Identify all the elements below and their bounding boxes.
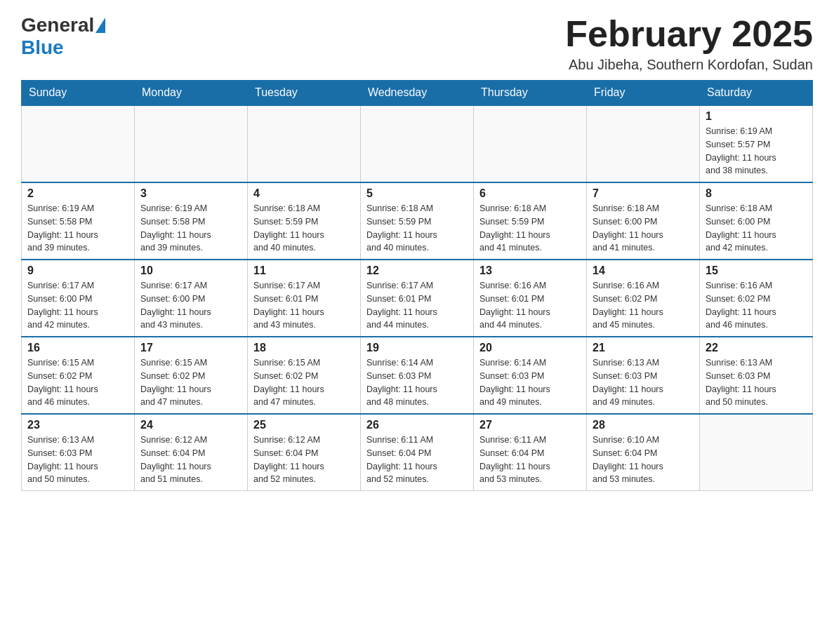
- day-info: Sunrise: 6:18 AMSunset: 6:00 PMDaylight:…: [593, 202, 694, 255]
- calendar-cell: [700, 414, 813, 491]
- day-number: 21: [593, 342, 694, 354]
- day-number: 20: [479, 342, 581, 354]
- calendar-cell: 3Sunrise: 6:19 AMSunset: 5:58 PMDaylight…: [135, 182, 248, 260]
- calendar-cell: 7Sunrise: 6:18 AMSunset: 6:00 PMDaylight…: [587, 182, 700, 260]
- day-number: 3: [140, 187, 241, 200]
- logo-blue-text: Blue: [21, 36, 64, 58]
- calendar-cell: 11Sunrise: 6:17 AMSunset: 6:01 PMDayligh…: [248, 260, 361, 337]
- day-number: 22: [706, 342, 807, 354]
- day-info: Sunrise: 6:17 AMSunset: 6:00 PMDaylight:…: [140, 279, 241, 332]
- day-info: Sunrise: 6:13 AMSunset: 6:03 PMDaylight:…: [706, 356, 807, 409]
- week-row-2: 2Sunrise: 6:19 AMSunset: 5:58 PMDaylight…: [22, 182, 813, 260]
- calendar-cell: 8Sunrise: 6:18 AMSunset: 6:00 PMDaylight…: [700, 182, 813, 260]
- calendar-cell: 15Sunrise: 6:16 AMSunset: 6:02 PMDayligh…: [700, 260, 813, 337]
- calendar-cell: 20Sunrise: 6:14 AMSunset: 6:03 PMDayligh…: [474, 337, 587, 414]
- day-header-wednesday: Wednesday: [361, 81, 474, 106]
- calendar-cell: 27Sunrise: 6:11 AMSunset: 6:04 PMDayligh…: [474, 414, 587, 491]
- day-number: 19: [366, 342, 468, 354]
- week-row-1: 1Sunrise: 6:19 AMSunset: 5:57 PMDaylight…: [22, 105, 813, 182]
- calendar-cell: [587, 105, 700, 182]
- day-number: 8: [706, 187, 807, 200]
- calendar-cell: 10Sunrise: 6:17 AMSunset: 6:00 PMDayligh…: [135, 260, 248, 337]
- calendar-cell: [22, 105, 135, 182]
- day-info: Sunrise: 6:17 AMSunset: 6:01 PMDaylight:…: [366, 279, 468, 332]
- calendar-cell: 6Sunrise: 6:18 AMSunset: 5:59 PMDaylight…: [474, 182, 587, 260]
- day-info: Sunrise: 6:15 AMSunset: 6:02 PMDaylight:…: [140, 356, 241, 409]
- day-info: Sunrise: 6:13 AMSunset: 6:03 PMDaylight:…: [593, 356, 694, 409]
- day-info: Sunrise: 6:19 AMSunset: 5:58 PMDaylight:…: [140, 202, 241, 255]
- page-header: General Blue February 2025 Abu Jibeha, S…: [21, 14, 813, 73]
- calendar-cell: [474, 105, 587, 182]
- day-number: 9: [27, 264, 128, 277]
- day-number: 7: [593, 187, 694, 200]
- header-row: SundayMondayTuesdayWednesdayThursdayFrid…: [22, 81, 813, 106]
- calendar-cell: 1Sunrise: 6:19 AMSunset: 5:57 PMDaylight…: [700, 105, 813, 182]
- day-number: 25: [253, 419, 355, 431]
- day-number: 18: [253, 342, 355, 354]
- day-info: Sunrise: 6:10 AMSunset: 6:04 PMDaylight:…: [593, 434, 694, 486]
- day-info: Sunrise: 6:12 AMSunset: 6:04 PMDaylight:…: [253, 434, 355, 486]
- calendar-cell: 19Sunrise: 6:14 AMSunset: 6:03 PMDayligh…: [361, 337, 474, 414]
- day-number: 14: [593, 264, 694, 277]
- day-info: Sunrise: 6:15 AMSunset: 6:02 PMDaylight:…: [27, 356, 128, 409]
- day-number: 28: [593, 419, 694, 431]
- calendar-body: 1Sunrise: 6:19 AMSunset: 5:57 PMDaylight…: [22, 105, 813, 491]
- day-info: Sunrise: 6:18 AMSunset: 6:00 PMDaylight:…: [706, 202, 807, 255]
- day-number: 6: [479, 187, 581, 200]
- day-number: 15: [706, 264, 807, 277]
- day-number: 2: [27, 187, 128, 200]
- day-number: 17: [140, 342, 241, 354]
- calendar-cell: 17Sunrise: 6:15 AMSunset: 6:02 PMDayligh…: [135, 337, 248, 414]
- day-info: Sunrise: 6:11 AMSunset: 6:04 PMDaylight:…: [366, 434, 468, 486]
- calendar-cell: 28Sunrise: 6:10 AMSunset: 6:04 PMDayligh…: [587, 414, 700, 491]
- week-row-4: 16Sunrise: 6:15 AMSunset: 6:02 PMDayligh…: [22, 337, 813, 414]
- day-info: Sunrise: 6:19 AMSunset: 5:58 PMDaylight:…: [27, 202, 128, 255]
- day-info: Sunrise: 6:11 AMSunset: 6:04 PMDaylight:…: [479, 434, 581, 486]
- calendar-cell: 18Sunrise: 6:15 AMSunset: 6:02 PMDayligh…: [248, 337, 361, 414]
- day-header-friday: Friday: [587, 81, 700, 106]
- day-info: Sunrise: 6:12 AMSunset: 6:04 PMDaylight:…: [140, 434, 241, 486]
- calendar-cell: 13Sunrise: 6:16 AMSunset: 6:01 PMDayligh…: [474, 260, 587, 337]
- day-number: 5: [366, 187, 468, 200]
- day-info: Sunrise: 6:14 AMSunset: 6:03 PMDaylight:…: [366, 356, 468, 409]
- logo-triangle-icon: [95, 18, 105, 33]
- day-info: Sunrise: 6:13 AMSunset: 6:03 PMDaylight:…: [27, 434, 128, 486]
- logo-general-text: General: [21, 14, 94, 36]
- day-info: Sunrise: 6:17 AMSunset: 6:01 PMDaylight:…: [253, 279, 355, 332]
- day-number: 11: [253, 264, 355, 277]
- day-number: 26: [366, 419, 468, 431]
- day-number: 24: [140, 419, 241, 431]
- day-header-thursday: Thursday: [474, 81, 587, 106]
- location-title: Abu Jibeha, Southern Kordofan, Sudan: [565, 57, 813, 73]
- calendar-cell: 2Sunrise: 6:19 AMSunset: 5:58 PMDaylight…: [22, 182, 135, 260]
- day-info: Sunrise: 6:16 AMSunset: 6:02 PMDaylight:…: [706, 279, 807, 332]
- day-info: Sunrise: 6:17 AMSunset: 6:00 PMDaylight:…: [27, 279, 128, 332]
- day-header-tuesday: Tuesday: [248, 81, 361, 106]
- calendar-cell: 26Sunrise: 6:11 AMSunset: 6:04 PMDayligh…: [361, 414, 474, 491]
- calendar-cell: 16Sunrise: 6:15 AMSunset: 6:02 PMDayligh…: [22, 337, 135, 414]
- calendar-cell: 25Sunrise: 6:12 AMSunset: 6:04 PMDayligh…: [248, 414, 361, 491]
- day-number: 1: [706, 110, 807, 123]
- logo: General Blue: [21, 14, 107, 59]
- day-header-monday: Monday: [135, 81, 248, 106]
- calendar-cell: 14Sunrise: 6:16 AMSunset: 6:02 PMDayligh…: [587, 260, 700, 337]
- calendar-cell: [248, 105, 361, 182]
- day-number: 4: [253, 187, 355, 200]
- day-info: Sunrise: 6:18 AMSunset: 5:59 PMDaylight:…: [479, 202, 581, 255]
- day-number: 10: [140, 264, 241, 277]
- calendar-cell: 22Sunrise: 6:13 AMSunset: 6:03 PMDayligh…: [700, 337, 813, 414]
- day-number: 13: [479, 264, 581, 277]
- day-info: Sunrise: 6:14 AMSunset: 6:03 PMDaylight:…: [479, 356, 581, 409]
- calendar-header: SundayMondayTuesdayWednesdayThursdayFrid…: [22, 81, 813, 106]
- calendar-cell: 9Sunrise: 6:17 AMSunset: 6:00 PMDaylight…: [22, 260, 135, 337]
- week-row-5: 23Sunrise: 6:13 AMSunset: 6:03 PMDayligh…: [22, 414, 813, 491]
- day-number: 23: [27, 419, 128, 431]
- week-row-3: 9Sunrise: 6:17 AMSunset: 6:00 PMDaylight…: [22, 260, 813, 337]
- day-info: Sunrise: 6:16 AMSunset: 6:01 PMDaylight:…: [479, 279, 581, 332]
- day-info: Sunrise: 6:19 AMSunset: 5:57 PMDaylight:…: [706, 125, 807, 177]
- calendar-cell: 23Sunrise: 6:13 AMSunset: 6:03 PMDayligh…: [22, 414, 135, 491]
- day-number: 16: [27, 342, 128, 354]
- calendar-cell: 24Sunrise: 6:12 AMSunset: 6:04 PMDayligh…: [135, 414, 248, 491]
- day-header-sunday: Sunday: [22, 81, 135, 106]
- day-header-saturday: Saturday: [700, 81, 813, 106]
